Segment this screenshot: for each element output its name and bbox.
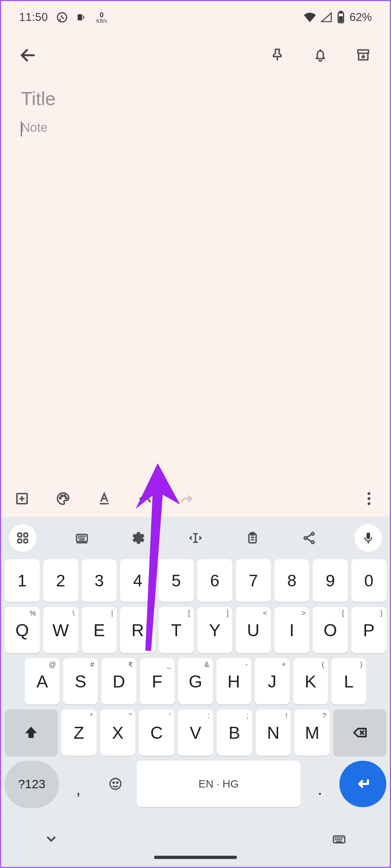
svg-rect-1 — [78, 14, 82, 21]
keyboard-switch-button[interactable] — [331, 832, 347, 848]
emoji-key[interactable] — [98, 761, 133, 807]
key-g[interactable]: &G — [178, 658, 213, 704]
gesture-nav-pill[interactable] — [154, 856, 237, 859]
clipboard-button[interactable] — [241, 526, 264, 550]
keyboard-hide-button[interactable] — [44, 832, 58, 847]
title-input[interactable] — [21, 88, 370, 109]
key-j[interactable]: +J — [255, 658, 289, 704]
key-h[interactable]: -H — [216, 658, 251, 704]
app-bar — [1, 34, 390, 77]
text-format-button[interactable] — [94, 489, 114, 509]
key-c[interactable]: 'C — [139, 709, 174, 756]
add-box-button[interactable] — [12, 489, 32, 509]
svg-point-22 — [113, 782, 114, 783]
svg-point-10 — [66, 497, 67, 499]
key-row-asdf: @A #S ₹D _F &G -H +J (K )L — [5, 658, 386, 704]
keyboard-settings-button[interactable] — [127, 526, 150, 550]
key-4[interactable]: 4 — [120, 559, 155, 602]
svg-rect-13 — [18, 539, 22, 543]
key-z[interactable]: *Z — [61, 709, 97, 756]
data-rate-unit: KB/s — [96, 18, 107, 23]
key-2[interactable]: 2 — [43, 559, 78, 602]
key-5[interactable]: 5 — [159, 559, 194, 602]
svg-rect-4 — [339, 16, 343, 22]
key-e[interactable]: |E — [82, 607, 117, 653]
more-options-button[interactable] — [359, 489, 379, 509]
svg-point-20 — [312, 541, 314, 543]
key-q[interactable]: %Q — [5, 607, 40, 653]
text-cursor — [21, 121, 22, 136]
status-right: 62% — [303, 11, 372, 24]
keyboard-toolbar — [1, 517, 390, 559]
svg-point-8 — [61, 495, 62, 496]
key-6[interactable]: 6 — [197, 559, 232, 602]
status-bar: 11:50 0 KB/s 62% — [1, 1, 390, 34]
key-n[interactable]: !N — [256, 709, 291, 756]
key-0[interactable]: 0 — [351, 559, 386, 602]
battery-percent: 62% — [350, 11, 372, 24]
key-o[interactable]: {O — [313, 607, 348, 653]
numeric-shift-key[interactable]: ?123 — [5, 761, 59, 807]
data-rate-indicator: 0 KB/s — [96, 11, 107, 23]
note-body-input[interactable] — [21, 120, 370, 481]
key-3[interactable]: 3 — [82, 559, 117, 602]
key-l[interactable]: )L — [331, 658, 366, 704]
keyboard-apps-button[interactable] — [9, 524, 36, 552]
key-f[interactable]: _F — [140, 658, 175, 704]
key-a[interactable]: @A — [25, 658, 60, 704]
svg-point-23 — [117, 782, 118, 783]
space-key[interactable]: EN · HG — [137, 761, 300, 807]
shift-key[interactable] — [5, 709, 58, 756]
key-b[interactable]: ;B — [217, 709, 252, 756]
key-k[interactable]: (K — [293, 658, 328, 704]
key-7[interactable]: 7 — [236, 559, 271, 602]
svg-point-21 — [110, 778, 121, 789]
key-row-zxcv: *Z "X 'C :V ;B !N ?M — [5, 709, 386, 756]
reminder-button[interactable] — [309, 44, 331, 66]
pin-button[interactable] — [267, 44, 288, 66]
palette-button[interactable] — [53, 489, 73, 509]
system-nav-bar — [1, 820, 390, 867]
key-p[interactable]: }P — [351, 607, 386, 653]
voice-input-button[interactable] — [355, 524, 382, 552]
data-rate-value: 0 — [100, 11, 104, 18]
backspace-key[interactable] — [333, 709, 386, 756]
key-i[interactable]: >I — [274, 607, 309, 653]
key-d[interactable]: ₹D — [101, 658, 136, 704]
whatsapp-icon — [56, 11, 68, 23]
wifi-icon — [303, 12, 316, 23]
key-w[interactable]: \W — [43, 607, 78, 653]
key-x[interactable]: "X — [100, 709, 136, 756]
back-button[interactable] — [17, 44, 39, 66]
keyboard-layout-button[interactable] — [70, 526, 93, 550]
key-s[interactable]: #S — [63, 658, 98, 704]
key-u[interactable]: <U — [236, 607, 271, 653]
battery-icon — [337, 11, 345, 24]
status-left: 11:50 0 KB/s — [19, 11, 107, 24]
key-9[interactable]: 9 — [313, 559, 348, 602]
key-m[interactable]: ?M — [294, 709, 330, 756]
key-row-qwerty: %Q \W |E =R [T ]Y <U >I {O }P — [5, 607, 386, 653]
signal-icon — [321, 12, 332, 23]
comma-key[interactable]: , — [62, 761, 94, 807]
svg-rect-5 — [358, 50, 368, 53]
enter-key[interactable] — [339, 761, 386, 807]
more-vert-icon — [368, 492, 370, 505]
svg-point-18 — [312, 533, 314, 535]
key-y[interactable]: ]Y — [197, 607, 232, 653]
svg-rect-3 — [340, 12, 342, 13]
undo-button[interactable] — [135, 489, 155, 509]
key-t[interactable]: [T — [159, 607, 194, 653]
archive-button[interactable] — [352, 44, 374, 66]
note-bottom-toolbar — [1, 481, 390, 517]
text-select-button[interactable] — [184, 526, 207, 550]
key-r[interactable]: =R — [120, 607, 155, 653]
key-8[interactable]: 8 — [274, 559, 309, 602]
period-key[interactable]: . — [304, 761, 336, 807]
ad-badge-icon — [76, 11, 88, 23]
key-v[interactable]: :V — [178, 709, 213, 756]
key-1[interactable]: 1 — [5, 559, 40, 602]
redo-button[interactable] — [176, 489, 197, 509]
status-clock: 11:50 — [19, 11, 48, 24]
share-button[interactable] — [298, 526, 321, 550]
